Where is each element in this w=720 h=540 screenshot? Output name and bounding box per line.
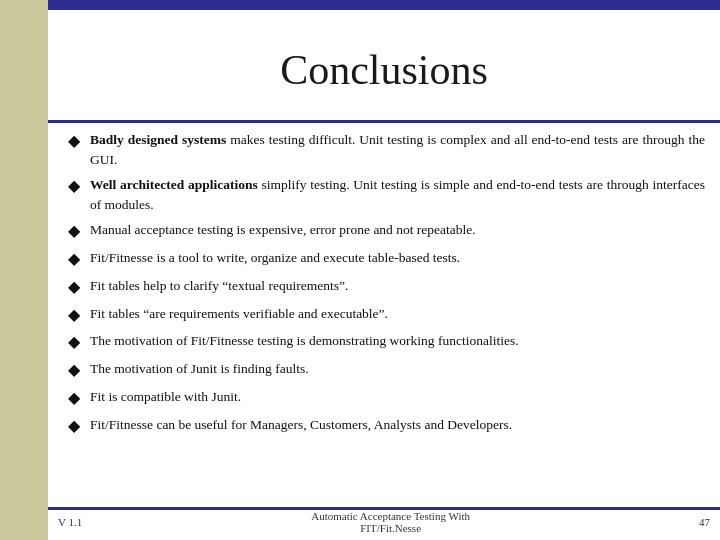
left-decorative-bar	[0, 0, 48, 540]
bullet-icon: ◆	[68, 416, 86, 437]
list-item: ◆ Fit tables help to clarify “textual re…	[68, 276, 705, 298]
bullet-text: The motivation of Fit/Fitnesse testing i…	[90, 331, 705, 351]
list-item: ◆ Manual acceptance testing is expensive…	[68, 220, 705, 242]
bullet-text: Well architected applications simplify t…	[90, 175, 705, 214]
footer-version: V 1.1	[58, 516, 82, 528]
slide: Conclusions ◆ Badly designed systems mak…	[0, 0, 720, 540]
bullet-text: Badly designed systems makes testing dif…	[90, 130, 705, 169]
bullet-text: Fit tables help to clarify “textual requ…	[90, 276, 705, 296]
footer: V 1.1 Automatic Acceptance Testing With …	[48, 510, 720, 534]
bullet-icon: ◆	[68, 176, 86, 197]
footer-title-line2: FIT/Fit.Nesse	[360, 522, 421, 534]
top-divider-line	[48, 120, 720, 123]
content-area: ◆ Badly designed systems makes testing d…	[68, 130, 705, 495]
bullet-icon: ◆	[68, 332, 86, 353]
list-item: ◆ Fit is compatible with Junit.	[68, 387, 705, 409]
bullet-list: ◆ Badly designed systems makes testing d…	[68, 130, 705, 437]
bullet-text: Fit/Fitnesse can be useful for Managers,…	[90, 415, 705, 435]
bullet-icon: ◆	[68, 305, 86, 326]
list-item: ◆ The motivation of Junit is finding fau…	[68, 359, 705, 381]
bullet-icon: ◆	[68, 277, 86, 298]
bullet-icon: ◆	[68, 221, 86, 242]
list-item: ◆ Fit tables “are requirements verifiabl…	[68, 304, 705, 326]
bullet-icon: ◆	[68, 249, 86, 270]
list-item: ◆ The motivation of Fit/Fitnesse testing…	[68, 331, 705, 353]
bullet-icon: ◆	[68, 388, 86, 409]
title-area: Conclusions	[48, 20, 720, 120]
bullet-icon: ◆	[68, 131, 86, 152]
footer-title-line1: Automatic Acceptance Testing With	[311, 510, 470, 522]
list-item: ◆ Badly designed systems makes testing d…	[68, 130, 705, 169]
bullet-text: Fit/Fitnesse is a tool to write, organiz…	[90, 248, 705, 268]
bullet-text: The motivation of Junit is finding fault…	[90, 359, 705, 379]
top-accent-bar	[48, 0, 720, 10]
bullet-text: Fit tables “are requirements verifiable …	[90, 304, 705, 324]
slide-title: Conclusions	[280, 46, 488, 94]
list-item: ◆ Well architected applications simplify…	[68, 175, 705, 214]
list-item: ◆ Fit/Fitnesse can be useful for Manager…	[68, 415, 705, 437]
bullet-text: Manual acceptance testing is expensive, …	[90, 220, 705, 240]
footer-center-text: Automatic Acceptance Testing With FIT/Fi…	[82, 510, 699, 534]
footer-page-number: 47	[699, 516, 710, 528]
bullet-icon: ◆	[68, 360, 86, 381]
list-item: ◆ Fit/Fitnesse is a tool to write, organ…	[68, 248, 705, 270]
bullet-text: Fit is compatible with Junit.	[90, 387, 705, 407]
